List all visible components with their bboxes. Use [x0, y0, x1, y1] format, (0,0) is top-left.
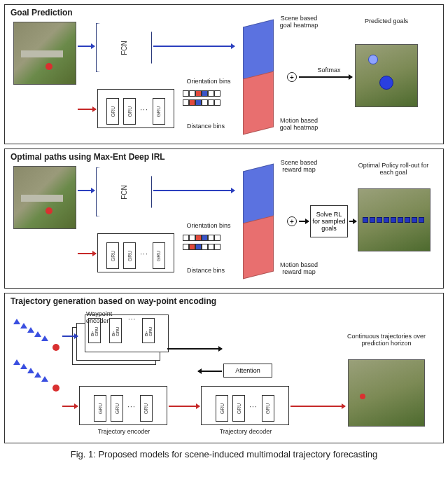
agent-marker — [52, 385, 59, 392]
policy-rollout-label: Optimal Policy roll-out for each goal — [355, 162, 432, 177]
gru-label: GRU — [98, 403, 103, 414]
gru-label: GRU — [237, 403, 241, 414]
orientation-bins-label: Orientation bins — [184, 78, 233, 85]
gru-cell: GRU — [111, 395, 123, 422]
gru-cell: GRU — [153, 98, 165, 125]
arrow-fused-to-softmax — [299, 76, 352, 78]
distance-bins-label: Distance bins — [183, 267, 229, 274]
predicted-goals-thumbnail — [355, 44, 418, 107]
input-scene-thumbnail — [13, 22, 76, 85]
distance-bins-label: Distance bins — [183, 123, 229, 130]
gru-label: GRU — [144, 403, 148, 414]
distance-bin-row — [183, 99, 220, 106]
arrow-attention-back — [198, 371, 222, 372]
arrow-history-to-enc — [62, 406, 78, 407]
motion-encoder-gru-chain: GRU GRU ··· GRU — [97, 233, 174, 272]
bigru-cell: Bi-GRU — [142, 318, 155, 343]
gru-cell: GRU — [262, 395, 274, 422]
attention-block: Attention — [223, 364, 272, 378]
motion-goal-heatmap — [243, 71, 274, 135]
bigru-label: Bi-GRU — [111, 325, 120, 336]
ellipsis: ··· — [249, 403, 257, 410]
arrow-fcn-to-rewardmap — [153, 190, 234, 191]
motion-heatmap-label: Motion based goal heatmap — [276, 117, 321, 132]
panel-deep-irl: Optimal paths using Max-Ent Deep IRL FCN… — [4, 148, 444, 289]
output-trajectory-thumbnail — [348, 359, 425, 427]
gru-cell: GRU — [153, 242, 165, 269]
fcn-label: FCN — [120, 41, 128, 55]
gru-cell: GRU — [232, 395, 245, 422]
panel-trajectory-generation: Trajectory generation based on way-point… — [4, 293, 444, 443]
ellipsis: ··· — [127, 403, 135, 410]
bigru-label: Bi-GRU — [90, 325, 99, 336]
orientation-distance-bins — [183, 235, 220, 250]
gru-cell: GRU — [123, 98, 136, 125]
predicted-goals-label: Predicted goals — [360, 18, 412, 25]
scene-reward-label: Scene based reward map — [278, 159, 320, 174]
motion-reward-map — [243, 216, 274, 279]
orientation-bins-label: Orientation bins — [184, 222, 233, 229]
arrow-dec-to-output — [290, 406, 345, 407]
fusion-sum-icon: + — [287, 72, 297, 82]
arrow-scene-to-fcn — [78, 46, 94, 47]
gru-label: GRU — [111, 250, 115, 261]
solve-rl-block: Solve RL for sampled goals — [310, 205, 348, 237]
output-label: Continuous trajectories over prediction … — [341, 333, 432, 347]
fusion-sum-icon: + — [287, 216, 297, 226]
gru-label: GRU — [265, 403, 270, 414]
scene-heatmap-label: Scene based goal heatmap — [278, 15, 320, 29]
arrow-traj-to-gru — [78, 253, 96, 254]
arrow-enc-to-dec — [169, 406, 200, 407]
motion-encoder-gru-chain: GRU GRU ··· GRU — [97, 89, 174, 128]
arrow-fcn-to-sceneheatmap — [153, 46, 234, 47]
attention-label: Attention — [235, 367, 260, 374]
policy-rollout-thumbnail — [358, 188, 430, 251]
gru-label: GRU — [127, 106, 132, 117]
panel-goal-prediction: Goal Prediction FCN GRU GRU ··· GRU Orie… — [4, 4, 444, 144]
distance-bin-row — [183, 244, 220, 250]
gru-label: GRU — [156, 250, 161, 261]
solve-rl-label: Solve RL for sampled goals — [312, 211, 346, 232]
orientation-bin-row — [183, 90, 220, 97]
trajectory-decoder-label: Trajectory decoder — [212, 428, 279, 435]
fcn-block: FCN — [96, 167, 152, 216]
arrow-wpenc-to-attention — [167, 348, 222, 350]
gru-cell: GRU — [106, 242, 119, 269]
input-scene-thumbnail — [13, 166, 76, 229]
gru-label: GRU — [127, 250, 132, 261]
softmax-label: Softmax — [312, 67, 346, 74]
gru-label: GRU — [156, 106, 161, 117]
gru-cell: GRU — [216, 395, 228, 422]
gru-label: GRU — [111, 106, 115, 117]
gru-cell: GRU — [140, 395, 153, 422]
arrow-fused-to-solver — [299, 221, 309, 222]
trajectory-decoder-gru-chain: GRU GRU ··· GRU — [201, 386, 289, 425]
ellipsis: ··· — [140, 106, 148, 113]
gru-cell: GRU — [94, 395, 106, 422]
panel-title: Trajectory generation based on way-point… — [10, 296, 216, 306]
fcn-block: FCN — [96, 23, 152, 72]
orientation-bin-row — [183, 235, 220, 241]
fcn-label: FCN — [120, 185, 128, 200]
motion-reward-label: Motion based reward map — [276, 261, 321, 276]
panel-title: Goal Prediction — [10, 8, 73, 18]
trajectory-encoder-label: Trajectory encoder — [90, 428, 158, 435]
figure-caption: Fig. 1: Proposed models for scene-induce… — [4, 449, 444, 459]
waypoint-encoder-label: Waypoint encoder — [86, 310, 135, 325]
arrow-traj-to-gru — [78, 109, 96, 110]
arrow-scene-to-fcn — [78, 190, 94, 191]
gru-cell: GRU — [106, 98, 119, 125]
arrow-solver-to-rollout — [349, 221, 356, 222]
ellipsis: ··· — [140, 250, 148, 258]
arrow-waypoints-to-enc — [62, 336, 78, 337]
gru-cell: GRU — [123, 242, 136, 269]
bigru-label: Bi-GRU — [144, 325, 153, 336]
panel-title: Optimal paths using Max-Ent Deep IRL — [10, 152, 165, 162]
agent-marker — [52, 344, 59, 351]
gru-label: GRU — [115, 403, 120, 414]
trajectory-encoder-gru-chain: GRU GRU ··· GRU — [79, 386, 167, 425]
orientation-distance-bins — [183, 90, 220, 106]
gru-label: GRU — [220, 403, 225, 414]
